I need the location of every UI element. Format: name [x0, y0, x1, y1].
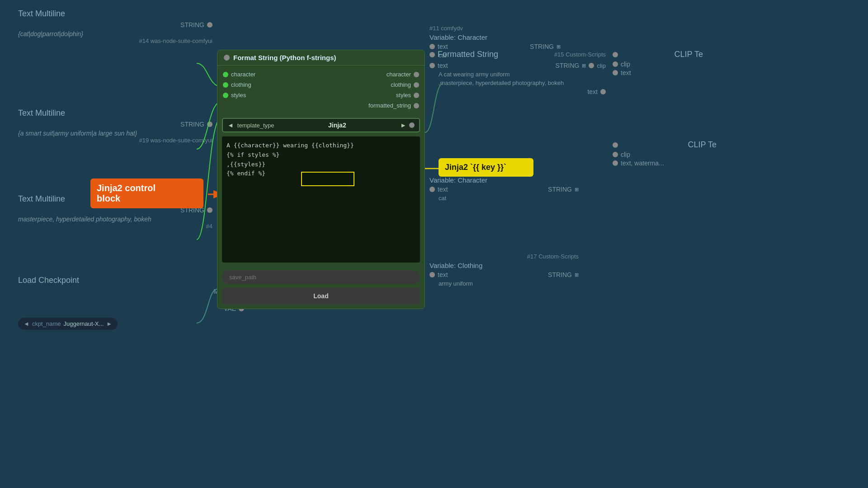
- styles-in-label: styles: [231, 92, 246, 99]
- template-arrow-right[interactable]: ►: [400, 122, 406, 129]
- character-out-port: [414, 72, 419, 77]
- clothing-port-row: clothing clothing: [217, 80, 425, 90]
- formatted-string-port-row: formatted_string: [217, 100, 425, 111]
- format-node-header-dot: [224, 55, 230, 61]
- text-multiline-2-id: #19 was-node-suite-comfyui: [18, 137, 212, 144]
- styles-out-port: [414, 93, 419, 98]
- port-string-out-3: [207, 207, 212, 213]
- port-string-out-1: [207, 22, 212, 28]
- template-type-label: template_type: [237, 122, 274, 129]
- comfydv-text-port: text STRING ⊞: [429, 43, 561, 50]
- template-textarea[interactable]: A {{character}} wearing {{clothing}} {% …: [222, 136, 420, 263]
- text-multiline-3-id: #4: [18, 223, 212, 230]
- jinja2-key-text: Jinja2 `{{ key }}`: [445, 163, 506, 172]
- save-path-input[interactable]: [222, 270, 420, 284]
- comfydv-text-in-port: [429, 44, 435, 49]
- variable-character-title: Variable: Character: [429, 33, 561, 41]
- port-string-out-2: [207, 122, 212, 127]
- clip-te-mid-text: text, waterma...: [613, 160, 717, 167]
- vc-text-port: text STRING ⊞: [429, 271, 579, 278]
- fs-value2: ,masterpiece, hyperdetailed photography,…: [439, 80, 597, 86]
- variable-character-mid-title: Variable: Character: [429, 176, 579, 184]
- styles-port-row: styles styles: [217, 90, 425, 100]
- text-multiline-2-title: Text Multiline: [18, 108, 212, 118]
- formatted-string-out-port: [414, 103, 419, 108]
- clip-port-row: CLIP: [18, 296, 244, 304]
- string-port-out-2: STRING: [18, 121, 212, 128]
- clothing-in-label: clothing: [231, 81, 251, 88]
- text-in-mid: [613, 160, 618, 166]
- clothing-in-port: [223, 82, 228, 88]
- text-multiline-1-value: {cat|dog|parrot|dolphin}: [18, 30, 212, 38]
- ckpt-selector[interactable]: ◄ ckpt_name Juggernaut-X... ►: [18, 318, 118, 330]
- vc-text-in-port: [429, 272, 435, 277]
- character-out-label: character: [387, 71, 411, 78]
- template-port: [409, 122, 415, 128]
- character-in-port: [223, 72, 228, 77]
- load-checkpoint-node: Load Checkpoint MODEL CLIP VAE ◄ ckpt_na…: [18, 276, 244, 330]
- ckpt-arrow-right[interactable]: ►: [106, 320, 112, 327]
- load-button[interactable]: Load: [222, 288, 420, 304]
- template-arrow-left[interactable]: ◄: [227, 122, 234, 129]
- variable-clothing-node: #17 Custom-Scripts Variable: Clothing te…: [429, 253, 579, 289]
- format-node-title: Format String (Python f-strings): [233, 54, 336, 61]
- fs-text-out: text: [429, 88, 606, 95]
- vchar-mid-value: cat: [439, 195, 570, 202]
- clip-te-mid-title: CLIP Te: [688, 140, 717, 150]
- vae-port-row: VAE: [18, 305, 244, 312]
- jinja2-control-text2: block: [97, 193, 120, 203]
- jinja2-control-text: Jinja2 control: [97, 183, 156, 193]
- styles-in-port: [223, 93, 228, 98]
- character-port-row: character character: [217, 69, 425, 80]
- jinja2-control-callout: Jinja2 control block: [90, 178, 203, 208]
- fs-text-port: text STRING ⊞ clip: [429, 62, 606, 69]
- formatted-string-in-dot: [429, 52, 435, 57]
- vc-value: army uniform: [439, 280, 570, 287]
- text-multiline-node-2: Text Multiline STRING {a smart suit|army…: [18, 108, 212, 144]
- format-node-body: character character clothing clothing st…: [217, 66, 425, 114]
- text-in-top: [613, 70, 618, 75]
- variable-clothing-title: Variable: Clothing: [429, 262, 579, 269]
- clip-te-top-header: CLIP Te: [613, 50, 703, 59]
- clothing-out-label: clothing: [391, 81, 411, 88]
- clip-te-top-title: CLIP Te: [675, 50, 703, 59]
- text-multiline-1-title: Text Multiline: [18, 9, 212, 19]
- format-string-node: Format String (Python f-strings) charact…: [217, 50, 425, 309]
- vchar-text-port: text STRING ⊞: [429, 186, 579, 193]
- fs-text-in: [429, 63, 435, 68]
- clip-te-mid-clip: clip: [613, 151, 717, 158]
- ckpt-value: Juggernaut-X...: [63, 320, 104, 327]
- formatted-string-title: Formatted String: [438, 50, 498, 59]
- model-port-row: MODEL: [18, 288, 244, 295]
- clip-te-top-clip: clip: [613, 61, 703, 68]
- template-type-selector[interactable]: ◄ template_type Jinja2 ►: [222, 118, 420, 132]
- jinja2-key-callout: Jinja2 `{{ key }}`: [439, 158, 533, 177]
- styles-out-label: styles: [396, 92, 411, 99]
- character-in-label: character: [231, 71, 255, 78]
- clothing-out-port: [414, 82, 419, 88]
- text-multiline-1-id: #14 was-node-suite-comfyui: [18, 38, 212, 44]
- clip-te-top-text: text: [613, 69, 703, 76]
- load-checkpoint-title: Load Checkpoint: [18, 276, 244, 285]
- comfydv-id: #11 comfydv: [429, 25, 561, 32]
- text-multiline-node-1: Text Multiline STRING {cat|dog|parrot|do…: [18, 9, 212, 44]
- ckpt-arrow-left[interactable]: ◄: [24, 320, 29, 327]
- var-clothing-id: #17 Custom-Scripts: [429, 253, 579, 260]
- clip-in-mid: [613, 152, 618, 157]
- formatted-string-id: #15 Custom-Scripts: [554, 51, 606, 58]
- format-node-header: Format String (Python f-strings): [217, 50, 425, 66]
- text-multiline-2-value: {a smart suit|army uniform|a large sun h…: [18, 130, 212, 137]
- template-type-value: Jinja2: [328, 122, 346, 129]
- clip-te-mid-node: CLIP Te clip text, waterma...: [613, 140, 717, 168]
- string-port-out-1: STRING: [18, 21, 212, 28]
- variable-character-mid-node: Variable: Character text STRING ⊞ cat: [429, 176, 579, 203]
- clip-te-top-dot: [613, 52, 618, 57]
- clip-te-mid-header: CLIP Te: [613, 140, 717, 150]
- fs-text-out-port: [600, 89, 606, 94]
- clip-te-top-node: CLIP Te clip text: [613, 50, 703, 78]
- ckpt-label: ckpt_name: [32, 320, 61, 327]
- formatted-string-node: Formatted String #15 Custom-Scripts text…: [429, 50, 606, 97]
- clip-in-top: [613, 61, 618, 67]
- formatted-string-header: Formatted String #15 Custom-Scripts: [429, 50, 606, 59]
- fs-value1: A cat wearing army uniform: [439, 71, 597, 78]
